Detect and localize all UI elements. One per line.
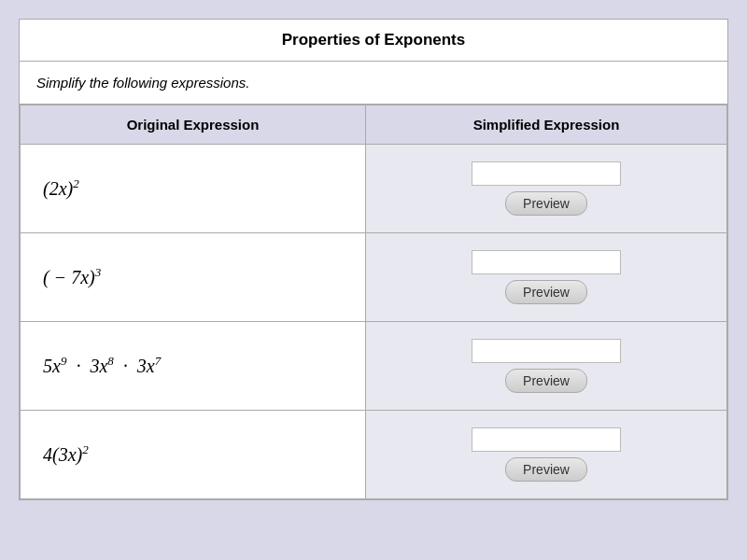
answer-cell-4: Preview [366, 411, 727, 499]
instruction-text: Simplify the following expressions. [20, 62, 727, 105]
preview-button-4[interactable]: Preview [505, 457, 587, 482]
preview-button-1[interactable]: Preview [505, 191, 587, 216]
expressions-table: Original Expression Simplified Expressio… [20, 105, 727, 499]
table-row: 5x9 · 3x8 · 3x7Preview [21, 322, 727, 411]
answer-cell-content: Preview [388, 250, 704, 304]
table-row: 4(3x)2Preview [21, 411, 727, 499]
answer-input-1[interactable] [472, 161, 621, 186]
math-expression: 4(3x)2 [43, 444, 89, 465]
answer-input-2[interactable] [472, 250, 621, 274]
expression-cell-3: 5x9 · 3x8 · 3x7 [21, 322, 366, 411]
answer-input-4[interactable] [472, 427, 621, 452]
math-expression: 5x9 · 3x8 · 3x7 [43, 356, 161, 376]
answer-cell-3: Preview [366, 322, 727, 411]
expression-cell-1: (2x)2 [21, 145, 366, 233]
expression-cell-4: 4(3x)2 [21, 411, 366, 499]
answer-cell-content: Preview [388, 339, 704, 393]
answer-cell-content: Preview [388, 161, 704, 216]
answer-cell-content: Preview [388, 427, 704, 482]
table-row: ( − 7x)3Preview [21, 233, 727, 322]
col-header-simplified: Simplified Expression [366, 105, 727, 145]
page-title: Properties of Exponents [20, 20, 727, 62]
preview-button-2[interactable]: Preview [505, 280, 587, 304]
col-header-original: Original Expression [21, 105, 366, 145]
answer-input-3[interactable] [472, 339, 621, 363]
math-expression: (2x)2 [43, 178, 79, 199]
table-row: (2x)2Preview [21, 145, 727, 233]
main-container: Properties of Exponents Simplify the fol… [19, 19, 728, 500]
math-expression: ( − 7x)3 [43, 267, 101, 287]
answer-cell-2: Preview [366, 233, 727, 322]
preview-button-3[interactable]: Preview [505, 369, 587, 393]
expression-cell-2: ( − 7x)3 [21, 233, 366, 322]
answer-cell-1: Preview [366, 145, 727, 233]
